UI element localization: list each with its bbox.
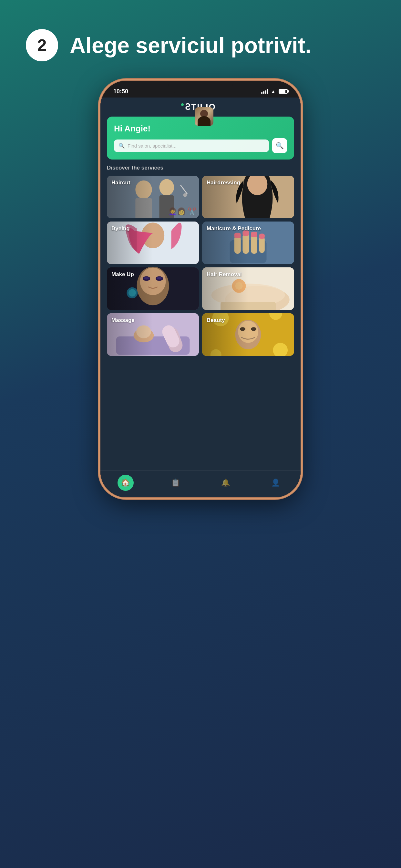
search-bar: 🔍 Find salon, specialist... 🔍 (114, 138, 287, 153)
bell-nav-circle: 🔔 (218, 475, 234, 491)
list-nav-circle: 📋 (167, 475, 184, 491)
service-card-dyeing[interactable]: Dyeing (107, 221, 199, 264)
service-card-haircut[interactable]: Haircut (107, 176, 199, 218)
search-button[interactable]: 🔍 (272, 138, 287, 153)
phone-notch (168, 81, 233, 93)
service-card-beauty[interactable]: Beauty (202, 313, 294, 356)
service-card-makeup[interactable]: Make Up (107, 268, 199, 310)
nav-item-list[interactable]: 📋 (167, 475, 184, 491)
bell-icon: 🔔 (221, 478, 230, 487)
wifi-icon: ▲ (271, 89, 275, 94)
app-header: ƧTILIO (100, 97, 301, 117)
services-grid: Haircut (107, 176, 294, 356)
search-input[interactable]: Find salon, specialist... (127, 143, 177, 149)
avatar-image (195, 107, 213, 126)
step-badge: 2 (26, 29, 58, 61)
profile-icon: 👤 (271, 478, 280, 487)
profile-nav-circle: 👤 (268, 475, 284, 491)
page-background: 2 Alege serviciul potrivit. 10:50 (0, 0, 401, 497)
status-time: 10:50 (113, 88, 128, 95)
status-icons: ▲ (261, 89, 288, 94)
home-icon: 🏠 (121, 478, 130, 487)
top-section: 2 Alege serviciul potrivit. (0, 0, 401, 74)
bottom-nav: 🏠 📋 🔔 👤 (100, 470, 301, 497)
list-icon: 📋 (171, 478, 180, 487)
phone-device: 10:50 ▲ (100, 81, 301, 497)
search-input-wrapper[interactable]: 🔍 Find salon, specialist... (114, 140, 269, 152)
signal-bars-icon (261, 89, 268, 94)
service-label-hairdressing: Hairdressing (207, 180, 240, 186)
service-card-manicure[interactable]: Manicure & Pedicure (202, 221, 294, 264)
online-indicator (181, 103, 184, 106)
service-card-hairremoval[interactable]: Hair Removal (202, 268, 294, 310)
service-card-hairdressing[interactable]: Hairdressing (202, 176, 294, 218)
home-nav-circle: 🏠 (118, 475, 134, 491)
logo-s: Ƨ (185, 102, 191, 112)
service-label-haircut: Haircut (112, 180, 130, 186)
search-icon: 🔍 (119, 143, 125, 149)
service-label-hairremoval: Hair Removal (207, 271, 242, 278)
step-number: 2 (37, 35, 47, 55)
service-label-massage: Massage (112, 317, 135, 323)
nav-item-home[interactable]: 🏠 (118, 475, 134, 491)
services-section: Discover the services (100, 165, 301, 470)
phone-wrapper: 10:50 ▲ (0, 81, 401, 497)
services-title: Discover the services (107, 165, 294, 171)
service-label-makeup: Make Up (112, 271, 134, 278)
service-card-massage[interactable]: Massage (107, 313, 199, 356)
nav-item-profile[interactable]: 👤 (268, 475, 284, 491)
headline: Alege serviciul potrivit. (70, 33, 311, 58)
battery-icon (279, 89, 288, 94)
service-label-beauty: Beauty (207, 317, 225, 323)
service-label-manicure: Manicure & Pedicure (207, 225, 261, 232)
app-screen: ƧTILIO Hi Angie! 🔍 Find salon, specialis… (100, 97, 301, 497)
nav-item-bell[interactable]: 🔔 (218, 475, 234, 491)
search-button-icon: 🔍 (276, 142, 284, 150)
service-label-dyeing: Dyeing (112, 225, 130, 232)
avatar[interactable] (195, 107, 213, 126)
